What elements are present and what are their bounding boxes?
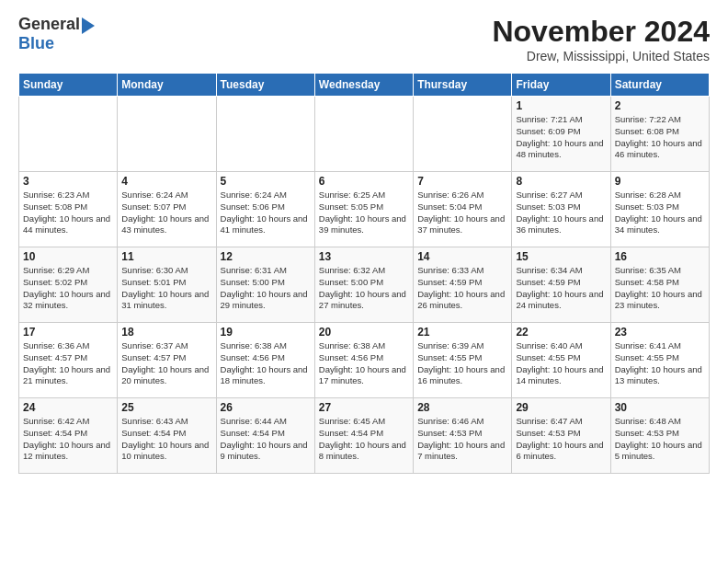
cell-info: Sunrise: 6:37 AM Sunset: 4:57 PM Dayligh… xyxy=(121,340,211,387)
cell-info: Sunrise: 6:33 AM Sunset: 4:59 PM Dayligh… xyxy=(417,265,507,312)
page: General Blue November 2024 Drew, Mississ… xyxy=(0,0,728,563)
cell-info: Sunrise: 6:34 AM Sunset: 4:59 PM Dayligh… xyxy=(516,265,606,312)
cell-info: Sunrise: 6:31 AM Sunset: 5:00 PM Dayligh… xyxy=(221,265,311,312)
calendar-cell: 25Sunrise: 6:43 AM Sunset: 4:54 PM Dayli… xyxy=(118,398,216,474)
cell-info: Sunrise: 6:38 AM Sunset: 4:56 PM Dayligh… xyxy=(319,340,409,387)
cell-info: Sunrise: 6:35 AM Sunset: 4:58 PM Dayligh… xyxy=(615,265,705,312)
weekday-header-row: SundayMondayTuesdayWednesdayThursdayFrid… xyxy=(19,74,710,97)
calendar: SundayMondayTuesdayWednesdayThursdayFrid… xyxy=(18,73,710,474)
calendar-cell: 15Sunrise: 6:34 AM Sunset: 4:59 PM Dayli… xyxy=(512,247,610,323)
calendar-cell: 7Sunrise: 6:26 AM Sunset: 5:04 PM Daylig… xyxy=(414,172,512,247)
cell-info: Sunrise: 6:47 AM Sunset: 4:53 PM Dayligh… xyxy=(516,416,606,463)
calendar-cell: 24Sunrise: 6:42 AM Sunset: 4:54 PM Dayli… xyxy=(19,398,118,474)
calendar-cell: 28Sunrise: 6:46 AM Sunset: 4:53 PM Dayli… xyxy=(414,398,512,474)
day-number: 8 xyxy=(516,175,606,188)
cell-info: Sunrise: 6:45 AM Sunset: 4:54 PM Dayligh… xyxy=(319,416,409,463)
day-number: 27 xyxy=(319,401,409,414)
weekday-header: Monday xyxy=(118,74,216,97)
weekday-header: Saturday xyxy=(610,74,709,97)
calendar-cell: 17Sunrise: 6:36 AM Sunset: 4:57 PM Dayli… xyxy=(19,323,118,398)
logo-blue-row: Blue xyxy=(18,34,54,53)
cell-info: Sunrise: 6:24 AM Sunset: 5:06 PM Dayligh… xyxy=(221,190,311,236)
cell-info: Sunrise: 6:39 AM Sunset: 4:55 PM Dayligh… xyxy=(417,340,507,387)
calendar-cell: 19Sunrise: 6:38 AM Sunset: 4:56 PM Dayli… xyxy=(216,323,314,398)
calendar-cell xyxy=(414,97,512,172)
cell-info: Sunrise: 6:40 AM Sunset: 4:55 PM Dayligh… xyxy=(516,340,606,387)
cell-info: Sunrise: 6:26 AM Sunset: 5:04 PM Dayligh… xyxy=(417,190,507,236)
day-number: 11 xyxy=(121,250,211,263)
calendar-cell: 20Sunrise: 6:38 AM Sunset: 4:56 PM Dayli… xyxy=(314,323,413,398)
day-number: 5 xyxy=(221,175,311,188)
day-number: 26 xyxy=(221,401,311,414)
month-title: November 2024 xyxy=(492,15,710,49)
cell-info: Sunrise: 6:48 AM Sunset: 4:53 PM Dayligh… xyxy=(615,416,705,463)
day-number: 13 xyxy=(319,250,409,263)
calendar-cell: 12Sunrise: 6:31 AM Sunset: 5:00 PM Dayli… xyxy=(216,247,314,323)
weekday-header: Friday xyxy=(512,74,610,97)
calendar-cell: 18Sunrise: 6:37 AM Sunset: 4:57 PM Dayli… xyxy=(118,323,216,398)
calendar-week: 3Sunrise: 6:23 AM Sunset: 5:08 PM Daylig… xyxy=(19,172,710,247)
cell-info: Sunrise: 7:21 AM Sunset: 6:09 PM Dayligh… xyxy=(516,114,606,161)
calendar-cell xyxy=(19,97,118,172)
day-number: 9 xyxy=(615,175,705,188)
cell-info: Sunrise: 6:41 AM Sunset: 4:55 PM Dayligh… xyxy=(615,340,705,387)
cell-info: Sunrise: 7:22 AM Sunset: 6:08 PM Dayligh… xyxy=(615,114,705,161)
calendar-cell: 23Sunrise: 6:41 AM Sunset: 4:55 PM Dayli… xyxy=(610,323,709,398)
calendar-cell xyxy=(216,97,314,172)
cell-info: Sunrise: 6:46 AM Sunset: 4:53 PM Dayligh… xyxy=(417,416,507,463)
calendar-week: 17Sunrise: 6:36 AM Sunset: 4:57 PM Dayli… xyxy=(19,323,710,398)
calendar-week: 24Sunrise: 6:42 AM Sunset: 4:54 PM Dayli… xyxy=(19,398,710,474)
calendar-cell: 30Sunrise: 6:48 AM Sunset: 4:53 PM Dayli… xyxy=(610,398,709,474)
logo-row: General xyxy=(18,15,95,34)
logo-blue-text: Blue xyxy=(18,34,54,52)
header: General Blue November 2024 Drew, Mississ… xyxy=(18,15,710,63)
cell-info: Sunrise: 6:28 AM Sunset: 5:03 PM Dayligh… xyxy=(615,190,705,236)
cell-info: Sunrise: 6:32 AM Sunset: 5:00 PM Dayligh… xyxy=(319,265,409,312)
cell-info: Sunrise: 6:30 AM Sunset: 5:01 PM Dayligh… xyxy=(121,265,211,312)
day-number: 21 xyxy=(417,326,507,339)
day-number: 25 xyxy=(121,401,211,414)
calendar-cell: 1Sunrise: 7:21 AM Sunset: 6:09 PM Daylig… xyxy=(512,97,610,172)
day-number: 10 xyxy=(23,250,113,263)
cell-info: Sunrise: 6:42 AM Sunset: 4:54 PM Dayligh… xyxy=(23,416,113,463)
cell-info: Sunrise: 6:29 AM Sunset: 5:02 PM Dayligh… xyxy=(23,265,113,312)
calendar-cell: 4Sunrise: 6:24 AM Sunset: 5:07 PM Daylig… xyxy=(118,172,216,247)
day-number: 6 xyxy=(319,175,409,188)
cell-info: Sunrise: 6:43 AM Sunset: 4:54 PM Dayligh… xyxy=(121,416,211,463)
calendar-cell xyxy=(314,97,413,172)
calendar-cell: 6Sunrise: 6:25 AM Sunset: 5:05 PM Daylig… xyxy=(314,172,413,247)
calendar-cell: 2Sunrise: 7:22 AM Sunset: 6:08 PM Daylig… xyxy=(610,97,709,172)
day-number: 14 xyxy=(417,250,507,263)
day-number: 4 xyxy=(121,175,211,188)
weekday-header: Tuesday xyxy=(216,74,314,97)
logo-icon xyxy=(82,17,95,34)
logo-general-text: General xyxy=(18,15,80,33)
calendar-cell: 5Sunrise: 6:24 AM Sunset: 5:06 PM Daylig… xyxy=(216,172,314,247)
calendar-cell: 8Sunrise: 6:27 AM Sunset: 5:03 PM Daylig… xyxy=(512,172,610,247)
day-number: 16 xyxy=(615,250,705,263)
day-number: 28 xyxy=(417,401,507,414)
day-number: 22 xyxy=(516,326,606,339)
day-number: 30 xyxy=(615,401,705,414)
day-number: 23 xyxy=(615,326,705,339)
cell-info: Sunrise: 6:38 AM Sunset: 4:56 PM Dayligh… xyxy=(221,340,311,387)
logo: General Blue xyxy=(18,15,95,53)
calendar-cell: 27Sunrise: 6:45 AM Sunset: 4:54 PM Dayli… xyxy=(314,398,413,474)
weekday-header: Thursday xyxy=(414,74,512,97)
calendar-cell: 14Sunrise: 6:33 AM Sunset: 4:59 PM Dayli… xyxy=(414,247,512,323)
cell-info: Sunrise: 6:25 AM Sunset: 5:05 PM Dayligh… xyxy=(319,190,409,236)
calendar-week: 10Sunrise: 6:29 AM Sunset: 5:02 PM Dayli… xyxy=(19,247,710,323)
calendar-cell: 13Sunrise: 6:32 AM Sunset: 5:00 PM Dayli… xyxy=(314,247,413,323)
title-area: November 2024 Drew, Mississippi, United … xyxy=(492,15,710,63)
day-number: 20 xyxy=(319,326,409,339)
calendar-cell: 16Sunrise: 6:35 AM Sunset: 4:58 PM Dayli… xyxy=(610,247,709,323)
calendar-cell xyxy=(118,97,216,172)
day-number: 15 xyxy=(516,250,606,263)
calendar-cell: 26Sunrise: 6:44 AM Sunset: 4:54 PM Dayli… xyxy=(216,398,314,474)
calendar-cell: 22Sunrise: 6:40 AM Sunset: 4:55 PM Dayli… xyxy=(512,323,610,398)
calendar-cell: 3Sunrise: 6:23 AM Sunset: 5:08 PM Daylig… xyxy=(19,172,118,247)
day-number: 7 xyxy=(417,175,507,188)
cell-info: Sunrise: 6:23 AM Sunset: 5:08 PM Dayligh… xyxy=(23,190,113,236)
calendar-cell: 11Sunrise: 6:30 AM Sunset: 5:01 PM Dayli… xyxy=(118,247,216,323)
cell-info: Sunrise: 6:24 AM Sunset: 5:07 PM Dayligh… xyxy=(121,190,211,236)
